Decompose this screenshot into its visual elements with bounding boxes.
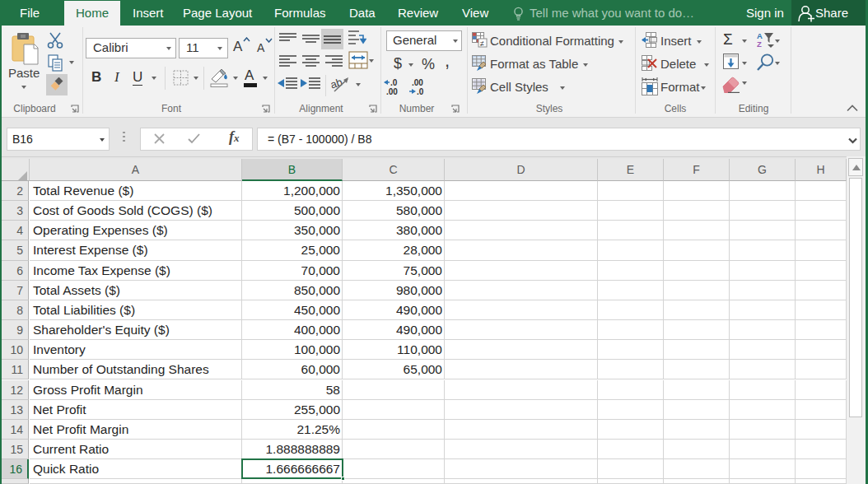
svg-text:.00: .00 — [412, 78, 423, 87]
svg-text:.0: .0 — [390, 78, 398, 87]
svg-text:≠: ≠ — [480, 40, 484, 48]
svg-text:.00: .00 — [386, 87, 398, 96]
svg-text:.0: .0 — [417, 87, 424, 96]
svg-text:Z: Z — [757, 40, 762, 48]
